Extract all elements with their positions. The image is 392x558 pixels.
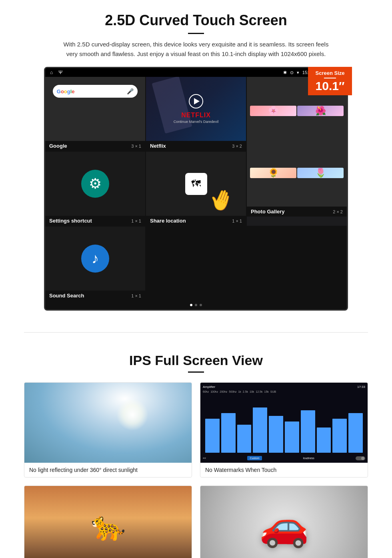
badge-size: 10.1″ [314, 80, 346, 92]
feature-item-car: 🚗 Large Viewing Angle [200, 486, 368, 558]
feature-caption-sunlight: No light reflecting under 360° direct su… [24, 463, 192, 477]
google-app-size: 3 × 1 [131, 144, 141, 149]
eq-bar-5 [269, 416, 283, 453]
app-cell-gallery[interactable]: 🌸 🌺 🌻 🌷 Photo Gallery [247, 77, 347, 226]
flower-icon-4: 🌷 [297, 168, 344, 178]
nav-dot-3[interactable] [200, 304, 202, 306]
netflix-overlay: NETFLIX Continue Marvel's Daredevil [146, 77, 246, 141]
sound-app-name: Sound Search [49, 293, 84, 299]
eq-bar-1 [205, 419, 220, 453]
section-divider-line [24, 332, 368, 333]
loudness-label: loudness [303, 457, 314, 460]
screen-size-badge: Screen Size 10.1″ [308, 67, 352, 95]
feature-item-cheetah: 🐆 Super Fast Response [24, 486, 192, 558]
app-cell-google[interactable]: Google 🎤 Google 3 × 1 [45, 77, 145, 151]
eq-labels: 60hz100hz200hz500hz1k2.5k10k12.5k15kSUB [203, 390, 365, 393]
eq-bar-8 [317, 428, 331, 453]
settings-cell-content: ⚙ [45, 152, 145, 216]
nav-dot-1[interactable] [190, 304, 192, 306]
nav-dot-2[interactable] [195, 304, 197, 306]
nav-dots [45, 301, 347, 309]
flower-icon-2: 🌺 [297, 106, 344, 116]
share-app-name: Share location [150, 218, 186, 224]
amplifier-screen: Amplifier 17:33 60hz100hz200hz500hz1k2.5… [200, 383, 368, 463]
amp-footer: << Custom loudness [203, 456, 365, 460]
badge-divider [324, 78, 336, 78]
netflix-app-size: 3 × 2 [232, 144, 242, 149]
gallery-thumb-4: 🌷 [297, 168, 344, 178]
feature-image-cheetah: 🐆 [24, 486, 192, 558]
wifi-icon: ▾ [297, 70, 299, 75]
settings-label: Settings shortcut 1 × 1 [45, 216, 145, 226]
flower-icon-3: 🌻 [250, 168, 296, 178]
location-icon: ⊙ [290, 70, 294, 75]
badge-title: Screen Size [314, 70, 346, 76]
settings-app-name: Settings shortcut [49, 218, 92, 224]
sound-icon-circle: ♪ [81, 245, 109, 273]
gear-icon: ⚙ [89, 175, 102, 192]
section1-divider [188, 33, 204, 34]
app-grid: Google 🎤 Google 3 × 1 [45, 77, 347, 301]
section-curved-screen: 2.5D Curved Touch Screen With 2.5D curve… [0, 0, 392, 320]
bluetooth-icon: ✱ [283, 70, 287, 75]
play-triangle-icon [194, 98, 200, 104]
feature-item-sunlight: No light reflecting under 360° direct su… [24, 382, 192, 478]
feature-image-amplifier: Amplifier 17:33 60hz100hz200hz500hz1k2.5… [200, 383, 368, 463]
gallery-thumb-1: 🌸 [250, 106, 296, 116]
section1-description: With 2.5D curved-display screen, this de… [60, 40, 332, 59]
usb-icon: Ψ [58, 70, 62, 75]
gallery-app-size: 2 × 2 [333, 209, 343, 214]
feature-image-sunlight [24, 383, 192, 463]
eq-bars-container [203, 395, 365, 454]
device-mockup: Screen Size 10.1″ ⌂ Ψ ✱ ⊙ ▾ 15:06 ⊡ ◁) ✕ [44, 67, 348, 311]
eq-bar-4 [253, 407, 267, 453]
google-logo: Google [57, 88, 75, 94]
feature-item-amplifier: Amplifier 17:33 60hz100hz200hz500hz1k2.5… [200, 382, 368, 478]
eq-bar-7 [301, 410, 315, 453]
app-cell-sound[interactable]: ♪ Sound Search 1 × 1 [45, 227, 145, 301]
settings-icon-circle: ⚙ [81, 170, 109, 198]
car-background: 🚗 [200, 486, 368, 558]
custom-button[interactable]: Custom [247, 456, 262, 460]
eq-bar-6 [285, 422, 299, 453]
feature-grid: No light reflecting under 360° direct su… [24, 382, 368, 558]
gallery-label: Photo Gallery 2 × 2 [247, 207, 347, 217]
cheetah-background: 🐆 [24, 486, 192, 558]
gallery-cell-content: 🌸 🌺 🌻 🌷 [247, 77, 347, 207]
eq-bar-9 [332, 419, 347, 453]
netflix-cell-content: NETFLIX Continue Marvel's Daredevil [146, 77, 246, 141]
amp-time: 17:33 [357, 385, 365, 389]
gallery-thumb-2: 🌺 [297, 106, 344, 116]
loudness-toggle[interactable] [356, 456, 365, 460]
flower-icon: 🌸 [250, 106, 296, 116]
app-cell-netflix[interactable]: NETFLIX Continue Marvel's Daredevil Netf… [146, 77, 246, 151]
app-cell-settings[interactable]: ⚙ Settings shortcut 1 × 1 [45, 152, 145, 226]
home-icon[interactable]: ⌂ [50, 70, 53, 75]
app-cell-share[interactable]: 🗺 🤚 Share location 1 × 1 [146, 152, 246, 226]
sound-app-size: 1 × 1 [131, 293, 141, 298]
eq-bar-10 [348, 413, 363, 453]
share-label: Share location 1 × 1 [146, 216, 246, 226]
google-search-bar[interactable]: Google 🎤 [53, 85, 138, 98]
device-frame: ⌂ Ψ ✱ ⊙ ▾ 15:06 ⊡ ◁) ✕ ▭ [44, 67, 348, 311]
gallery-app-name: Photo Gallery [251, 209, 285, 215]
share-cell-content: 🗺 🤚 [146, 152, 246, 216]
sunlight-rays [116, 399, 148, 431]
netflix-play-button[interactable] [189, 94, 203, 108]
hand-touch-icon: 🤚 [206, 185, 237, 215]
feature-caption-amplifier: No Watermarks When Touch [200, 463, 368, 477]
share-app-size: 1 × 1 [232, 219, 242, 223]
amp-back-icon: << [203, 457, 206, 460]
section1-title: 2.5D Curved Touch Screen [24, 12, 368, 29]
netflix-subtitle: Continue Marvel's Daredevil [174, 120, 218, 124]
sunlight-background [24, 383, 192, 463]
amp-title: Amplifier [203, 385, 215, 389]
section-ips-screen: IPS Full Screen View No light reflecting… [0, 345, 392, 558]
sound-label: Sound Search 1 × 1 [45, 291, 145, 301]
feature-image-car: 🚗 [200, 486, 368, 558]
music-note-icon: ♪ [92, 250, 99, 267]
car-shape: 🚗 [259, 502, 309, 550]
netflix-app-name: Netflix [150, 143, 166, 149]
settings-app-size: 1 × 1 [131, 219, 141, 223]
eq-bar-2 [221, 413, 236, 453]
